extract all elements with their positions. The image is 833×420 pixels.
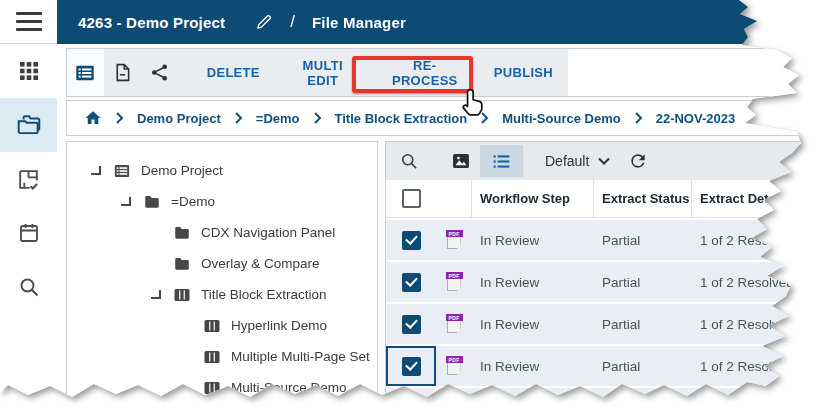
table-row[interactable]: PDF In Review Partial 1 of 2 Resolved... bbox=[386, 346, 825, 386]
extract-details-cell: 1 of 2 Resolved... bbox=[700, 275, 805, 290]
extract-status-cell: Partial bbox=[602, 317, 640, 332]
tree-label: Demo Project bbox=[141, 163, 223, 178]
breadcrumb-item[interactable]: Demo Project bbox=[137, 111, 221, 126]
list-view-button[interactable] bbox=[480, 145, 523, 177]
extract-status-cell: Partial bbox=[602, 359, 640, 374]
chevron-right-icon bbox=[313, 112, 322, 124]
breadcrumb-item[interactable]: 22-NOV-2023 bbox=[656, 111, 736, 126]
tree-item-overlay-compare[interactable]: Overlay & Compare bbox=[67, 248, 377, 279]
pdf-file-icon: PDF bbox=[446, 314, 463, 334]
apps-grid-icon bbox=[17, 59, 41, 83]
workflow-step-cell: In Review bbox=[480, 317, 539, 332]
select-all-cell bbox=[386, 180, 436, 217]
table-row[interactable]: PDF In Review Partial 1 of 2 Resolved... bbox=[386, 220, 825, 260]
extract-status-column-header[interactable]: Extract Status bbox=[594, 180, 692, 217]
pdf-file-icon: PDF bbox=[446, 272, 463, 292]
rail-calendar-button[interactable] bbox=[0, 206, 57, 260]
extract-details-column-header[interactable]: Extract Details bbox=[692, 180, 825, 217]
tree-label: Multiple Multi-Page Set bbox=[231, 349, 370, 364]
share-icon bbox=[149, 62, 170, 83]
tree-item-cdx-navigation-panel[interactable]: CDX Navigation Panel bbox=[67, 217, 377, 248]
grid-search-button[interactable] bbox=[390, 145, 428, 177]
top-header-bar: 4263 - Demo Project / File Manager bbox=[0, 0, 833, 44]
share-button[interactable] bbox=[141, 49, 178, 96]
tree-item-title-block-extraction[interactable]: Title Block Extraction bbox=[67, 279, 377, 310]
workflow-step-cell: In Review bbox=[480, 233, 539, 248]
drawing-icon bbox=[203, 318, 221, 334]
row-checkbox[interactable] bbox=[402, 315, 421, 334]
row-checkbox[interactable] bbox=[402, 231, 421, 250]
chevron-right-icon bbox=[115, 112, 124, 124]
tree-label: Title Block Extraction bbox=[201, 287, 327, 302]
workflow-step-cell: In Review bbox=[480, 401, 539, 416]
expand-arrow-icon[interactable] bbox=[121, 197, 131, 206]
breadcrumb-item[interactable]: Multi-Source Demo bbox=[502, 111, 620, 126]
left-icon-rail bbox=[0, 44, 57, 420]
publish-button[interactable]: PUBLISH bbox=[479, 49, 568, 96]
drawing-icon bbox=[203, 349, 221, 365]
refresh-icon bbox=[628, 151, 648, 171]
pdf-file-icon: PDF bbox=[446, 398, 463, 418]
workflow-step-column-header[interactable]: Workflow Step bbox=[472, 180, 594, 217]
extract-details-cell: 1 of 2 Resolved... bbox=[700, 317, 805, 332]
pdf-file-icon: PDF bbox=[446, 230, 463, 250]
expand-arrow-icon[interactable] bbox=[151, 290, 161, 299]
tree-item-demo[interactable]: =Demo bbox=[67, 186, 377, 217]
delete-button[interactable]: DELETE bbox=[192, 49, 275, 96]
row-checkbox[interactable] bbox=[402, 273, 421, 292]
hamburger-menu-icon[interactable] bbox=[16, 12, 42, 31]
chevron-right-icon bbox=[234, 112, 243, 124]
tree-item-multi-source-demo[interactable]: Multi-Source Demo bbox=[67, 372, 377, 403]
extract-status-cell: Partial bbox=[602, 275, 640, 290]
page-title: File Manager bbox=[312, 14, 406, 31]
pdf-file-icon: PDF bbox=[446, 356, 463, 376]
file-type-column-header[interactable] bbox=[436, 180, 472, 217]
home-icon[interactable] bbox=[84, 109, 102, 127]
table-row[interactable]: PDF In Review Partial 1 of 2 Resolved... bbox=[386, 304, 825, 344]
workflow-step-cell: In Review bbox=[480, 359, 539, 374]
file-toolbar-actions: DELETE MULTI EDIT RE-PROCESS PUBLISH bbox=[67, 49, 568, 96]
refresh-button[interactable] bbox=[628, 151, 648, 171]
table-row[interactable]: PDF In Review Partial 1 of 2 Resolved... bbox=[386, 388, 825, 420]
project-title: 4263 - Demo Project bbox=[78, 14, 225, 31]
search-icon bbox=[399, 151, 419, 171]
folder-icon bbox=[173, 224, 191, 242]
document-icon bbox=[112, 62, 133, 83]
hand-cursor-icon bbox=[459, 87, 489, 121]
tree-item-demo-project[interactable]: Demo Project bbox=[67, 155, 377, 186]
table-row[interactable]: PDF In Review Partial 1 of 2 Resolved... bbox=[386, 262, 825, 302]
drawing-icon bbox=[203, 380, 221, 396]
rail-search-button[interactable] bbox=[0, 260, 57, 314]
chevron-down-icon bbox=[598, 157, 610, 165]
project-list-icon bbox=[113, 162, 131, 180]
view-details-button[interactable] bbox=[67, 49, 104, 96]
list-view-icon bbox=[491, 151, 512, 172]
image-icon bbox=[451, 151, 471, 171]
expand-arrow-icon[interactable] bbox=[91, 166, 101, 175]
re-process-highlight-annotation bbox=[352, 56, 473, 93]
row-checkbox[interactable] bbox=[402, 399, 421, 418]
extract-details-cell: 1 of 2 Resolved... bbox=[700, 359, 805, 374]
grid-toolbar: Default bbox=[386, 142, 825, 180]
rail-plan-review-button[interactable] bbox=[0, 152, 57, 206]
folders-icon bbox=[16, 112, 42, 138]
thumbnail-view-button[interactable] bbox=[442, 145, 480, 177]
breadcrumb-item[interactable]: =Demo bbox=[256, 111, 300, 126]
tree-label: Hyperlink Demo bbox=[231, 318, 327, 333]
row-checkbox[interactable] bbox=[402, 357, 421, 376]
breadcrumb: Demo Project =Demo Title Block Extractio… bbox=[66, 100, 826, 136]
torn-screenshot: 4263 - Demo Project / File Manager bbox=[0, 0, 833, 420]
document-preview-button[interactable] bbox=[104, 49, 141, 96]
folder-icon bbox=[143, 193, 161, 211]
view-selector-value: Default bbox=[545, 153, 589, 169]
tree-item-hyperlink-demo[interactable]: Hyperlink Demo bbox=[67, 310, 377, 341]
tree-item-multiple-multi-page-set[interactable]: Multiple Multi-Page Set bbox=[67, 341, 377, 372]
view-selector-dropdown[interactable]: Default bbox=[545, 153, 610, 169]
edit-pencil-icon[interactable] bbox=[255, 13, 273, 31]
select-all-checkbox[interactable] bbox=[402, 189, 421, 208]
rail-apps-button[interactable] bbox=[0, 44, 57, 98]
tree-label: CDX Navigation Panel bbox=[201, 225, 335, 240]
tree-label: =Demo bbox=[171, 194, 215, 209]
rail-file-manager-button[interactable] bbox=[0, 98, 57, 152]
breadcrumb-item[interactable]: Title Block Extraction bbox=[335, 111, 468, 126]
